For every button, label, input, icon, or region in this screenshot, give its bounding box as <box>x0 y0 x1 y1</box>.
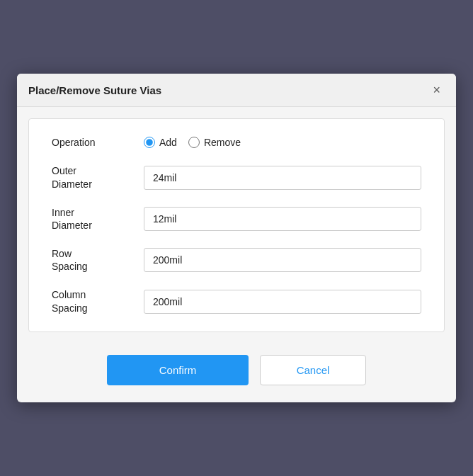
inner-diameter-row: InnerDiameter <box>52 206 421 232</box>
radio-add-label: Add <box>159 137 177 148</box>
column-spacing-input[interactable] <box>144 290 421 314</box>
operation-row: Operation Add Remove <box>52 136 421 149</box>
column-spacing-label: ColumnSpacing <box>52 288 144 314</box>
dialog-header: Place/Remove Suture Vias × <box>17 74 456 107</box>
confirm-button[interactable]: Confirm <box>107 355 249 385</box>
row-spacing-row: RowSpacing <box>52 247 421 273</box>
outer-diameter-input[interactable] <box>144 166 421 190</box>
dialog: Place/Remove Suture Vias × Operation Add… <box>17 74 456 402</box>
radio-remove-input[interactable] <box>188 137 200 148</box>
column-spacing-row: ColumnSpacing <box>52 288 421 314</box>
row-spacing-label: RowSpacing <box>52 247 144 273</box>
operation-label: Operation <box>52 136 144 149</box>
radio-remove[interactable]: Remove <box>188 137 241 148</box>
radio-remove-label: Remove <box>204 137 241 148</box>
dialog-title: Place/Remove Suture Vias <box>28 84 161 96</box>
row-spacing-input[interactable] <box>144 248 421 272</box>
radio-group: Add Remove <box>144 137 241 148</box>
dialog-body: Operation Add Remove OuterDiameter Inner… <box>28 118 445 332</box>
dialog-footer: Confirm Cancel <box>17 344 456 402</box>
cancel-button[interactable]: Cancel <box>260 355 366 385</box>
inner-diameter-input[interactable] <box>144 207 421 231</box>
close-button[interactable]: × <box>428 82 445 98</box>
outer-diameter-row: OuterDiameter <box>52 164 421 190</box>
radio-add-input[interactable] <box>144 137 155 148</box>
inner-diameter-label: InnerDiameter <box>52 206 144 232</box>
radio-add[interactable]: Add <box>144 137 177 148</box>
outer-diameter-label: OuterDiameter <box>52 164 144 190</box>
